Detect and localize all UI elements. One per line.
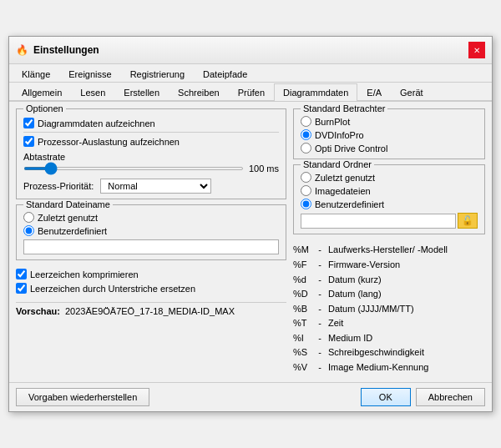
filename-input[interactable]: %M %F %D %T %I %S <box>23 239 279 254</box>
var-desc-4: Datum (JJJJ/MM/TT) <box>328 302 485 317</box>
var-row-4: %B - Datum (JJJJ/MM/TT) <box>293 302 485 317</box>
tab-registrierung[interactable]: Registrierung <box>121 65 194 83</box>
radio-opti: Opti Drive Control <box>301 143 478 154</box>
restore-defaults-button[interactable]: Vorgaben wiederherstellen <box>16 388 149 406</box>
underscore-checkbox: Leerzeichen durch Unterstriche ersetzen <box>16 283 286 294</box>
tabs-row-1: Klänge Ereignisse Registrierung Dateipfa… <box>9 64 492 83</box>
checkbox-prozessor: Prozessor-Auslastung aufzeichnen <box>23 136 279 147</box>
var-row-7: %S - Schreibgeschwindigkeit <box>293 345 485 360</box>
priority-select[interactable]: Normal Niedrig Unterdurchschnittlich Hoc… <box>100 179 211 194</box>
tab-klaenge[interactable]: Klänge <box>13 65 59 83</box>
preview-section: Vorschau: 2023ÄE9ÖÄ7EÖ_17-18_MEDIA-ID_MA… <box>16 302 286 316</box>
radio-burnplot: BurnPlot <box>301 116 478 127</box>
radio-zuletzt-dateiname-input[interactable] <box>23 212 34 223</box>
folder-row: C:\Users\Administrator\AppData\Roaming\I… <box>301 213 478 229</box>
checkbox-diagrammdaten-input[interactable] <box>23 118 34 128</box>
radio-dvdinfopro-input[interactable] <box>301 129 311 140</box>
radio-zuletzt-ordner-label: Zuletzt genutzt <box>315 173 375 183</box>
tab-geraet[interactable]: Gerät <box>391 83 433 101</box>
var-code-5: %T <box>293 316 311 331</box>
radio-benutzerdefiniert-dateiname-input[interactable] <box>23 225 34 236</box>
var-code-7: %S <box>293 345 311 360</box>
tab-diagrammdaten[interactable]: Diagrammdaten <box>274 83 357 101</box>
dateiname-group: Standard Dateiname Zuletzt genutzt Benut… <box>16 204 286 260</box>
var-code-0: %M <box>293 243 311 258</box>
checkbox-prozessor-label: Prozessor-Auslastung aufzeichnen <box>38 137 180 147</box>
slider-row: 100 ms <box>23 164 279 174</box>
var-code-6: %I <box>293 331 311 346</box>
options-group: Optionen Diagrammdaten aufzeichnen Proze… <box>16 108 286 199</box>
options-group-label: Optionen <box>23 103 66 113</box>
tab-erstellen[interactable]: Erstellen <box>114 83 169 101</box>
cancel-button[interactable]: Abbrechen <box>416 388 485 406</box>
var-desc-0: Laufwerks-Hersteller/ -Modell <box>328 243 485 258</box>
tab-dateipfade[interactable]: Dateipfade <box>194 65 256 83</box>
abtastrate-slider[interactable] <box>23 167 244 170</box>
main-content: Optionen Diagrammdaten aufzeichnen Proze… <box>9 102 492 381</box>
var-desc-1: Firmware-Version <box>328 258 485 273</box>
var-row-5: %T - Zeit <box>293 316 485 331</box>
compress-checkbox: Leerzeichen komprimieren <box>16 269 286 279</box>
ok-button[interactable]: OK <box>361 388 411 406</box>
var-code-1: %F <box>293 258 311 273</box>
radio-benutzerdefiniert-ordner: Benutzerdefiniert <box>301 199 478 209</box>
tab-lesen[interactable]: Lesen <box>71 83 114 101</box>
footer: Vorgaben wiederherstellen OK Abbrechen <box>9 382 492 411</box>
radio-burnplot-label: BurnPlot <box>315 117 350 127</box>
var-row-1: %F - Firmware-Version <box>293 258 485 273</box>
close-button[interactable]: ✕ <box>468 42 485 58</box>
ordner-label: Standard Ordner <box>301 159 374 169</box>
priority-label: Prozess-Priorität: <box>23 181 94 191</box>
underscore-checkbox-input[interactable] <box>16 283 27 294</box>
betrachter-group: Standard Betrachter BurnPlot DVDInfoPro … <box>293 108 485 159</box>
var-desc-2: Datum (kurz) <box>328 273 485 288</box>
app-icon: 🔥 <box>16 44 28 56</box>
folder-path-input[interactable]: C:\Users\Administrator\AppData\Roaming\I… <box>301 214 456 229</box>
tab-ea[interactable]: E/A <box>357 83 391 101</box>
ordner-group: Standard Ordner Zuletzt genutzt Imagedat… <box>293 164 485 234</box>
radio-dvdinfopro-label: DVDInfoPro <box>315 130 364 140</box>
compress-section: Leerzeichen komprimieren Leerzeichen dur… <box>16 265 286 294</box>
radio-benutzerdefiniert-dateiname-label: Benutzerdefiniert <box>38 226 107 236</box>
preview-value: 2023ÄE9ÖÄ7EÖ_17-18_MEDIA-ID_MAX <box>65 306 235 316</box>
radio-benutzerdefiniert-ordner-input[interactable] <box>301 199 311 209</box>
radio-zuletzt-ordner-input[interactable] <box>301 172 311 183</box>
title-bar-left: 🔥 Einstellungen <box>16 44 99 56</box>
tab-allgemein[interactable]: Allgemein <box>13 83 71 101</box>
tab-pruefen[interactable]: Prüfen <box>229 83 274 101</box>
radio-imagedateien-label: Imagedateien <box>315 186 371 196</box>
abtastrate-section: Abtastrate 100 ms <box>23 152 279 174</box>
compress-checkbox-input[interactable] <box>16 269 27 279</box>
var-code-8: %V <box>293 360 311 375</box>
vars-section: %M - Laufwerks-Hersteller/ -Modell %F - … <box>293 243 485 375</box>
radio-imagedateien-input[interactable] <box>301 185 311 196</box>
compress-label: Leerzeichen komprimieren <box>30 269 139 279</box>
radio-opti-input[interactable] <box>301 143 311 154</box>
radio-zuletzt-dateiname-label: Zuletzt genutzt <box>38 213 98 223</box>
footer-right-buttons: OK Abbrechen <box>361 388 485 406</box>
var-desc-8: Image Medium-Kennung <box>328 360 485 375</box>
var-desc-3: Datum (lang) <box>328 287 485 302</box>
radio-imagedateien: Imagedateien <box>301 185 478 196</box>
radio-zuletzt-ordner: Zuletzt genutzt <box>301 172 478 183</box>
radio-burnplot-input[interactable] <box>301 116 311 127</box>
left-column: Optionen Diagrammdaten aufzeichnen Proze… <box>16 108 286 375</box>
right-column: Standard Betrachter BurnPlot DVDInfoPro … <box>293 108 485 375</box>
var-row-2: %d - Datum (kurz) <box>293 273 485 288</box>
var-row-6: %I - Medium ID <box>293 331 485 346</box>
radio-benutzerdefiniert-dateiname: Benutzerdefiniert <box>23 225 279 236</box>
var-row-8: %V - Image Medium-Kennung <box>293 360 485 375</box>
title-bar: 🔥 Einstellungen ✕ <box>9 37 492 64</box>
settings-window: 🔥 Einstellungen ✕ Klänge Ereignisse Regi… <box>8 36 493 411</box>
tab-ereignisse[interactable]: Ereignisse <box>59 65 120 83</box>
radio-benutzerdefiniert-ordner-label: Benutzerdefiniert <box>315 199 384 209</box>
checkbox-prozessor-input[interactable] <box>23 136 34 147</box>
tab-schreiben[interactable]: Schreiben <box>169 83 229 101</box>
checkbox-diagrammdaten: Diagrammdaten aufzeichnen <box>23 118 279 128</box>
checkbox-diagrammdaten-label: Diagrammdaten aufzeichnen <box>38 118 155 128</box>
var-desc-5: Zeit <box>328 316 485 331</box>
folder-browse-button[interactable]: 🔓 <box>458 213 478 229</box>
tabs-row-2: Allgemein Lesen Erstellen Schreiben Prüf… <box>9 83 492 102</box>
window-title: Einstellungen <box>33 44 99 56</box>
var-code-4: %B <box>293 302 311 317</box>
